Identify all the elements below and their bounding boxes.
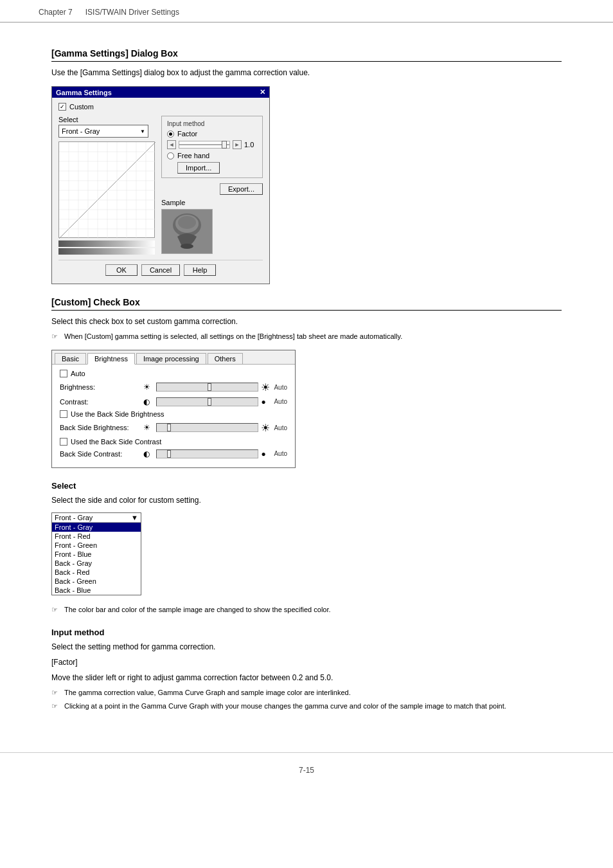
use-back-brightness-label: Use the Back Side Brightness: [71, 410, 164, 418]
input-method-title: Input method: [51, 628, 562, 637]
custom-label: Custom: [69, 103, 94, 111]
input-method-box: Input method Factor ◄: [161, 116, 263, 178]
sample-image-svg: [164, 212, 209, 251]
dropdown-item-front-gray-selected[interactable]: Front - Gray: [52, 523, 141, 532]
factor-radio-row: Factor: [167, 130, 257, 138]
auto-checkbox[interactable]: [60, 370, 67, 377]
help-button[interactable]: Help: [184, 264, 216, 276]
back-contrast-container: ◐ ● Auto: [143, 449, 287, 458]
dropdown-item-front-green[interactable]: Front - Green: [52, 541, 141, 550]
page-footer: 7-15: [0, 752, 613, 788]
custom-checkbox-row: ✓ Custom: [58, 103, 263, 111]
brightness-auto: Auto: [274, 384, 287, 391]
tab-bar: Basic Brightness Image processing Others: [52, 350, 295, 365]
dropdown-item-front-blue[interactable]: Front - Blue: [52, 550, 141, 559]
dropdown-item-back-red[interactable]: Back - Red: [52, 568, 141, 577]
gamma-section: [Gamma Settings] Dialog Box Use the [Gam…: [51, 48, 562, 284]
auto-checkbox-row: Auto: [60, 370, 287, 377]
back-brightness-label: Back Side Brightness:: [60, 424, 143, 431]
contrast-high-icon: ●: [261, 397, 271, 406]
contrast-slider-container: ◐ ● Auto: [143, 397, 287, 406]
gamma-curve-svg: [59, 142, 155, 239]
page-header: Chapter 7 ISIS/TWAIN Driver Settings: [0, 0, 613, 23]
tab-content-brightness: Auto Brightness: ☀ ☀ Auto: [52, 365, 295, 467]
gamma-section-title: [Gamma Settings] Dialog Box: [51, 48, 562, 62]
factor-label: Factor: [177, 130, 197, 138]
use-back-contrast-checkbox[interactable]: [60, 438, 67, 446]
free-hand-radio[interactable]: [167, 152, 174, 159]
factor-radio[interactable]: [167, 131, 174, 138]
back-contrast-low-icon: ◐: [143, 449, 154, 458]
brightness-tab-dialog: Basic Brightness Image processing Others…: [51, 350, 296, 468]
select-group: Select Front - Gray ▼: [58, 116, 155, 138]
contrast-auto: Auto: [274, 398, 287, 405]
dropdown-item-back-gray[interactable]: Back - Gray: [52, 559, 141, 568]
select-description: Select the side and color for custom set…: [51, 494, 562, 506]
tab-others[interactable]: Others: [208, 353, 243, 364]
custom-checkbox[interactable]: ✓: [58, 103, 66, 111]
tab-basic[interactable]: Basic: [55, 353, 86, 364]
factor-desc: Move the slider left or right to adjust …: [51, 672, 562, 683]
dialog-buttons: OK Cancel Help: [58, 260, 263, 278]
tab-image-processing[interactable]: Image processing: [136, 353, 206, 364]
select-dropdown-list[interactable]: Front - Gray ▼ Front - Gray Front - Red …: [51, 512, 141, 595]
cancel-button[interactable]: Cancel: [141, 264, 180, 276]
select-group-label: Select: [58, 116, 155, 123]
dialog-body: ✓ Custom Select Front - Gray ▼: [52, 98, 269, 284]
import-button[interactable]: Import...: [177, 162, 220, 174]
page-content: [Gamma Settings] Dialog Box Use the [Gam…: [0, 23, 613, 739]
sample-image: [161, 209, 213, 254]
contrast-thumb: [208, 398, 211, 406]
input-method-note-2: Clicking at a point in the Gamma Curve G…: [51, 701, 562, 712]
dropdown-item-back-green[interactable]: Back - Green: [52, 577, 141, 586]
contrast-slider-row: Contrast: ◐ ● Auto: [60, 397, 287, 406]
slider-thumb: [222, 141, 227, 149]
brightness-slider[interactable]: [156, 383, 258, 392]
contrast-label: Contrast:: [60, 398, 143, 406]
select-dropdown[interactable]: Front - Gray ▼: [58, 125, 148, 138]
custom-section: [Custom] Check Box Select this check box…: [51, 297, 562, 468]
brightness-low-icon: ☀: [143, 383, 154, 392]
use-back-brightness-checkbox[interactable]: [60, 410, 67, 418]
select-value: Front - Gray: [62, 127, 100, 135]
sample-label: Sample: [161, 199, 263, 206]
use-back-contrast-row: Used the Back Side Contrast: [60, 438, 287, 446]
factor-slider[interactable]: [179, 141, 230, 149]
color-bar-1: [58, 240, 155, 247]
svg-point-21: [178, 216, 196, 229]
gamma-dialog: Gamma Settings ✕ ✓ Custom Select Front -…: [51, 86, 270, 284]
slider-track: [179, 144, 229, 145]
page-number: 7-15: [299, 766, 314, 775]
dropdown-header-arrow-icon: ▼: [131, 514, 138, 521]
close-icon[interactable]: ✕: [260, 88, 265, 96]
tab-brightness[interactable]: Brightness: [87, 353, 135, 365]
free-hand-radio-row: Free hand: [167, 152, 257, 159]
ok-button[interactable]: OK: [105, 264, 138, 276]
export-button[interactable]: Export...: [220, 183, 263, 195]
chapter-title: ISIS/TWAIN Driver Settings: [85, 8, 179, 17]
input-method-note-1: The gamma correction value, Gamma Curve …: [51, 687, 562, 698]
chapter-label: Chapter 7: [39, 8, 73, 17]
custom-description: Select this check box to set custom gamm…: [51, 316, 562, 327]
brightness-label: Brightness:: [60, 383, 143, 391]
dialog-columns: Select Front - Gray ▼: [58, 116, 263, 255]
back-brightness-low-icon: ☀: [143, 423, 154, 432]
svg-point-22: [181, 244, 193, 249]
slider-left-arrow-icon[interactable]: ◄: [167, 140, 176, 149]
gamma-description: Use the [Gamma Settings] dialog box to a…: [51, 67, 562, 78]
gamma-curve-graph[interactable]: [58, 141, 155, 238]
slider-right-arrow-icon[interactable]: ►: [233, 140, 242, 149]
back-brightness-slider[interactable]: [156, 423, 258, 432]
contrast-slider[interactable]: [156, 397, 258, 406]
dropdown-item-front-red[interactable]: Front - Red: [52, 532, 141, 541]
dropdown-current-value: Front - Gray: [55, 514, 93, 521]
back-brightness-auto: Auto: [274, 424, 287, 431]
dropdown-item-back-blue[interactable]: Back - Blue: [52, 586, 141, 595]
back-contrast-thumb: [167, 450, 171, 458]
select-section-title: Select: [51, 481, 562, 491]
back-contrast-label: Back Side Contrast:: [60, 450, 143, 458]
brightness-thumb: [208, 383, 211, 391]
dropdown-arrow-icon: ▼: [140, 129, 145, 134]
back-contrast-slider[interactable]: [156, 449, 258, 458]
factor-title: [Factor]: [51, 656, 562, 668]
